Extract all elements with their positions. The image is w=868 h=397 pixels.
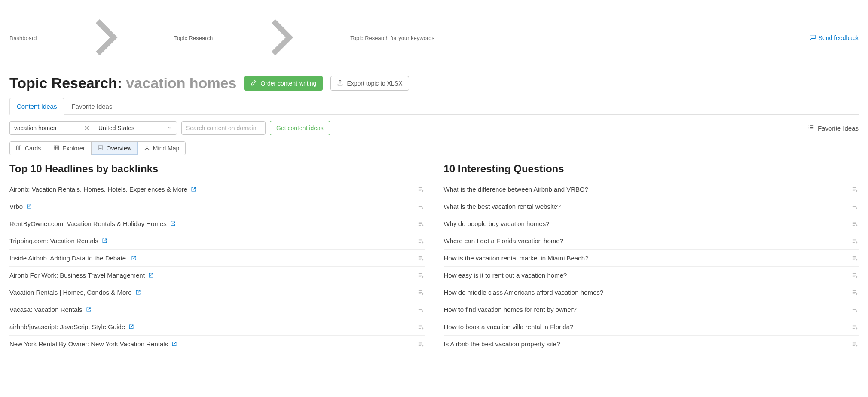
headlines-list: Airbnb: Vacation Rentals, Homes, Hotels,…	[9, 181, 425, 352]
add-to-list-icon[interactable]	[851, 306, 859, 313]
question-text: Where can I get a Florida vacation home?	[444, 237, 563, 244]
domain-input-wrapper	[181, 121, 266, 135]
headline-text: Vacation Rentals | Homes, Condos & More	[9, 289, 132, 296]
add-to-list-icon[interactable]	[417, 186, 425, 192]
tab-favorite-ideas[interactable]: Favorite Ideas	[64, 98, 119, 115]
question-row: How is the vacation rental market in Mia…	[444, 250, 859, 267]
question-text: How to book a vacation villa rental in F…	[444, 323, 574, 330]
add-to-list-icon[interactable]	[851, 220, 859, 227]
edit-icon	[251, 79, 257, 87]
add-to-list-icon[interactable]	[851, 341, 859, 347]
add-to-list-icon[interactable]	[851, 255, 859, 261]
headline-row: airbnb/javascript: JavaScript Style Guid…	[9, 318, 425, 336]
external-link-icon[interactable]	[171, 341, 177, 347]
question-text: How easy is it to rent out a vacation ho…	[444, 272, 567, 279]
add-to-list-icon[interactable]	[851, 203, 859, 210]
headline-text: Airbnb: Vacation Rentals, Homes, Hotels,…	[9, 186, 187, 193]
add-to-list-icon[interactable]	[851, 238, 859, 244]
breadcrumb: Dashboard Topic Research Topic Research …	[9, 5, 434, 70]
view-overview[interactable]: Overview	[92, 142, 138, 155]
questions-title: 10 Interesting Questions	[444, 163, 859, 175]
add-to-list-icon[interactable]	[417, 238, 425, 244]
question-row: Why do people buy vacation homes?	[444, 215, 859, 232]
view-explorer[interactable]: Explorer	[47, 142, 91, 155]
clear-keyword-icon[interactable]: ✕	[84, 124, 89, 132]
external-link-icon[interactable]	[128, 324, 134, 330]
view-mindmap[interactable]: Mind Map	[138, 142, 185, 155]
headline-row: RentByOwner.com: Vacation Rentals & Holi…	[9, 215, 425, 232]
external-link-icon[interactable]	[191, 186, 196, 192]
headline-text: Tripping.com: Vacation Rentals	[9, 237, 98, 244]
external-link-icon[interactable]	[148, 272, 154, 278]
chevron-right-icon	[41, 5, 170, 70]
add-to-list-icon[interactable]	[417, 255, 425, 261]
add-to-list-icon[interactable]	[851, 272, 859, 278]
view-switch: Cards Explorer Overview Mind Map	[9, 141, 186, 155]
question-text: How do middle class Americans afford vac…	[444, 289, 604, 296]
question-text: How to find vacation homes for rent by o…	[444, 306, 577, 313]
question-text: Why do people buy vacation homes?	[444, 220, 550, 227]
headline-text: Vrbo	[9, 203, 23, 210]
chevron-right-icon	[217, 5, 346, 70]
question-text: How is the vacation rental market in Mia…	[444, 254, 589, 262]
add-to-list-icon[interactable]	[851, 324, 859, 330]
tab-content-ideas[interactable]: Content Ideas	[9, 98, 64, 115]
external-link-icon[interactable]	[131, 255, 137, 261]
cards-icon	[16, 145, 22, 152]
send-feedback-label: Send feedback	[819, 34, 859, 41]
add-to-list-icon[interactable]	[851, 186, 859, 192]
view-cards-label: Cards	[25, 145, 41, 152]
external-link-icon[interactable]	[86, 307, 92, 312]
page-title-keyword: vacation homes	[126, 75, 236, 91]
headline-row: Vacasa: Vacation Rentals	[9, 301, 425, 318]
add-to-list-icon[interactable]	[417, 341, 425, 347]
question-text: What is the best vacation rental website…	[444, 203, 561, 210]
view-explorer-label: Explorer	[62, 145, 85, 152]
headline-row: Airbnb For Work: Business Travel Managem…	[9, 267, 425, 284]
add-to-list-icon[interactable]	[851, 289, 859, 296]
question-row: What is the difference between Airbnb an…	[444, 181, 859, 198]
get-content-ideas-label: Get content ideas	[276, 125, 324, 131]
external-link-icon[interactable]	[170, 221, 176, 226]
add-to-list-icon[interactable]	[417, 306, 425, 313]
order-content-button[interactable]: Order content writing	[244, 76, 323, 91]
view-cards[interactable]: Cards	[10, 142, 47, 155]
headline-row: Vacation Rentals | Homes, Condos & More	[9, 284, 425, 301]
export-xlsx-button[interactable]: Export topic to XLSX	[330, 76, 409, 91]
headline-text: Vacasa: Vacation Rentals	[9, 306, 83, 313]
order-content-label: Order content writing	[260, 80, 316, 87]
get-content-ideas-button[interactable]: Get content ideas	[270, 121, 330, 135]
breadcrumb-item[interactable]: Dashboard	[9, 35, 37, 41]
external-link-icon[interactable]	[26, 204, 32, 209]
page-title: Topic Research: vacation homes	[9, 75, 236, 92]
headline-text: Inside Airbnb. Adding Data to the Debate…	[9, 254, 128, 262]
headline-row: Airbnb: Vacation Rentals, Homes, Hotels,…	[9, 181, 425, 198]
favorite-ideas-link[interactable]: Favorite Ideas	[808, 124, 859, 132]
export-icon	[337, 79, 343, 87]
headline-row: Vrbo	[9, 198, 425, 215]
add-to-list-icon[interactable]	[417, 272, 425, 278]
send-feedback-link[interactable]: Send feedback	[809, 34, 859, 42]
breadcrumb-current: Topic Research for your keywords	[350, 35, 434, 41]
breadcrumb-item[interactable]: Topic Research	[174, 35, 213, 41]
add-to-list-icon[interactable]	[417, 289, 425, 296]
page-title-prefix: Topic Research:	[9, 75, 126, 91]
add-to-list-icon[interactable]	[417, 203, 425, 210]
question-row: How do middle class Americans afford vac…	[444, 284, 859, 301]
keyword-input[interactable]	[14, 125, 84, 131]
external-link-icon[interactable]	[135, 290, 141, 295]
list-icon	[808, 124, 814, 132]
question-row: Where can I get a Florida vacation home?	[444, 232, 859, 250]
headlines-title: Top 10 Headlines by backlinks	[9, 163, 425, 175]
table-icon	[53, 145, 59, 152]
external-link-icon[interactable]	[102, 238, 107, 244]
export-xlsx-label: Export topic to XLSX	[347, 80, 402, 87]
feedback-icon	[809, 34, 816, 42]
add-to-list-icon[interactable]	[417, 324, 425, 330]
question-row: How to find vacation homes for rent by o…	[444, 301, 859, 318]
add-to-list-icon[interactable]	[417, 220, 425, 227]
country-select[interactable]: United States	[94, 121, 177, 135]
headline-text: New York Rental By Owner: New York Vacat…	[9, 340, 168, 348]
chevron-down-icon	[168, 125, 172, 131]
domain-input[interactable]	[186, 125, 261, 131]
